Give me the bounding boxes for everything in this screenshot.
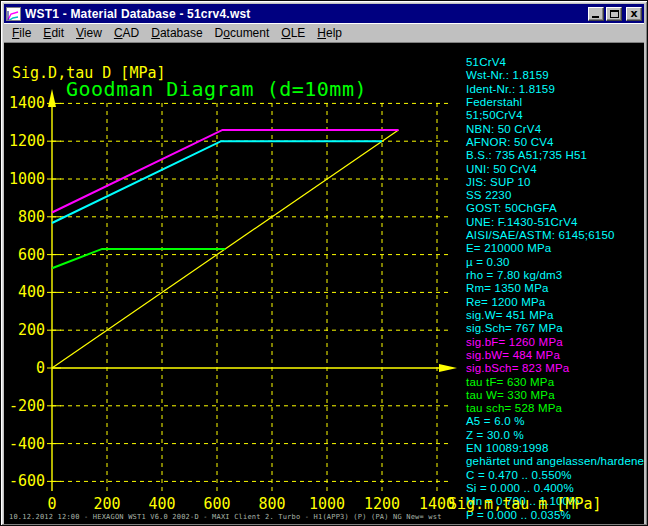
maximize-icon (610, 10, 619, 18)
maximize-button[interactable] (606, 7, 622, 21)
window-controls: x (588, 7, 642, 21)
x-tick-label: 400 (148, 495, 175, 513)
menu-item-database[interactable]: Database (145, 24, 208, 42)
x-axis-arrow-icon (439, 364, 457, 372)
close-button[interactable]: x (626, 7, 642, 21)
minimize-button[interactable] (588, 7, 604, 21)
x-axis-label: Sig.m,tau m [MPa] (448, 495, 602, 513)
close-icon: x (627, 8, 641, 20)
y-tick-label: 400 (18, 283, 45, 301)
y-tick-label: -200 (9, 397, 45, 415)
menu-item-document[interactable]: Document (209, 24, 276, 42)
goodman-diagram-plot: 1400120010008006004002000-200-400-600020… (4, 43, 644, 524)
y-tick-label: -400 (9, 435, 45, 453)
chart-title: Goodman Diagram (d=10mm) (66, 77, 367, 101)
menu-item-view[interactable]: View (70, 24, 108, 42)
x-tick-label: 200 (93, 495, 120, 513)
series-tau-torsion-limit (52, 249, 225, 268)
y-tick-label: 200 (18, 321, 45, 339)
series-sig.b-bending-limit (52, 130, 399, 213)
y-tick-label: 0 (36, 359, 45, 377)
y-axis-arrow-icon (48, 89, 56, 107)
window-title: WST1 - Material Database - 51crv4.wst (25, 7, 588, 21)
app-window: WST1 - Material Database - 51crv4.wst x … (0, 0, 648, 526)
y-tick-label: 600 (18, 246, 45, 264)
menu-item-cad[interactable]: CAD (108, 24, 145, 42)
y-tick-label: 800 (18, 208, 45, 226)
menu-item-file[interactable]: File (6, 24, 37, 42)
y-tick-label: -600 (9, 472, 45, 490)
status-text: 10.12.2012 12:00 - HEXAGON WST1 V6.0 200… (9, 513, 442, 521)
x-tick-label: 0 (47, 495, 56, 513)
menu-item-ole[interactable]: OLE (275, 24, 311, 42)
title-bar[interactable]: WST1 - Material Database - 51crv4.wst x (4, 4, 644, 23)
x-tick-label: 1000 (309, 495, 345, 513)
menu-bar: FileEditViewCADDatabaseDocumentOLEHelp (4, 23, 644, 43)
menu-item-edit[interactable]: Edit (37, 24, 70, 42)
y-tick-label: 1400 (9, 94, 45, 112)
app-icon (6, 7, 21, 21)
y-tick-label: 1000 (9, 170, 45, 188)
x-tick-label: 600 (203, 495, 230, 513)
menu-item-help[interactable]: Help (311, 24, 348, 42)
y-tick-label: 1200 (9, 132, 45, 150)
minimize-icon (592, 16, 599, 18)
x-tick-label: 800 (258, 495, 285, 513)
x-tick-label: 1200 (364, 495, 400, 513)
chart-area: 51CrV4Wst-Nr.: 1.8159Ident-Nr.: 1.8159Fe… (4, 43, 644, 524)
